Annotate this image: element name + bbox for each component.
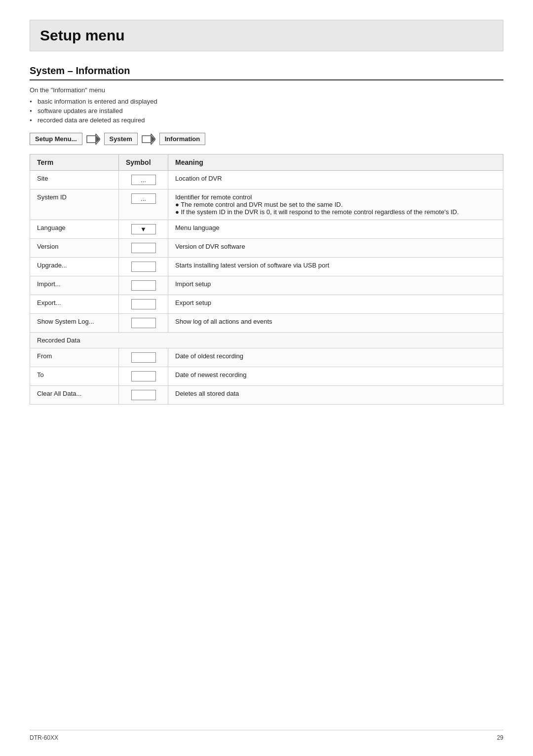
bullet-item-3: recorded data are deleted as required bbox=[30, 116, 503, 124]
term-import: Import... bbox=[30, 276, 119, 295]
table-header-symbol: Symbol bbox=[119, 154, 168, 171]
meaning-to: Date of newest recording bbox=[168, 367, 503, 386]
meaning-import: Import setup bbox=[168, 276, 503, 295]
term-show-system-log: Show System Log... bbox=[30, 314, 119, 333]
breadcrumb: Setup Menu... System Information bbox=[30, 133, 503, 145]
symbol-to bbox=[119, 367, 168, 386]
system-id-bullet-2: ● If the system ID in the DVR is 0, it w… bbox=[175, 208, 459, 216]
meaning-language: Menu language bbox=[168, 220, 503, 239]
term-site: Site bbox=[30, 171, 119, 189]
meaning-upgrade: Starts installing latest version of soft… bbox=[168, 258, 503, 276]
table-row: System ID ... Identifier for remote cont… bbox=[30, 189, 503, 220]
meaning-show-system-log: Show log of all actions and events bbox=[168, 314, 503, 333]
term-version: Version bbox=[30, 239, 119, 258]
symbol-clear-all-data bbox=[119, 386, 168, 405]
table-row-section-recorded-data: Recorded Data bbox=[30, 333, 503, 348]
meaning-version: Version of DVR software bbox=[168, 239, 503, 258]
symbol-box-import bbox=[131, 280, 156, 291]
table-header-meaning: Meaning bbox=[168, 154, 503, 171]
table-header-term: Term bbox=[30, 154, 119, 171]
symbol-dropdown-language: ▼ bbox=[131, 224, 156, 234]
symbol-upgrade bbox=[119, 258, 168, 276]
symbol-box-upgrade bbox=[131, 262, 156, 272]
footer-page-number: 29 bbox=[497, 734, 503, 741]
table-row: To Date of newest recording bbox=[30, 367, 503, 386]
table-row: Export... Export setup bbox=[30, 295, 503, 314]
table-row: Import... Import setup bbox=[30, 276, 503, 295]
table-row: Clear All Data... Deletes all stored dat… bbox=[30, 386, 503, 405]
breadcrumb-setup-menu: Setup Menu... bbox=[30, 133, 82, 145]
term-upgrade: Upgrade... bbox=[30, 258, 119, 276]
meaning-system-id: Identifier for remote control ● The remo… bbox=[168, 189, 503, 220]
term-language: Language bbox=[30, 220, 119, 239]
page-footer: DTR-60XX 29 bbox=[30, 730, 503, 741]
table-row: Upgrade... Starts installing latest vers… bbox=[30, 258, 503, 276]
page-title: Setup menu bbox=[40, 27, 125, 43]
breadcrumb-arrow-1 bbox=[86, 134, 100, 145]
term-export: Export... bbox=[30, 295, 119, 314]
bullet-item-1: basic information is entered and display… bbox=[30, 98, 503, 105]
symbol-box-show-system-log bbox=[131, 318, 156, 328]
symbol-box-site: ... bbox=[131, 175, 156, 185]
breadcrumb-system: System bbox=[104, 133, 138, 145]
intro-text: On the "Information" menu bbox=[30, 86, 503, 94]
table-row: Site ... Location of DVR bbox=[30, 171, 503, 189]
symbol-box-export bbox=[131, 299, 156, 309]
symbol-site: ... bbox=[119, 171, 168, 189]
symbol-box-version bbox=[131, 243, 156, 253]
section-title: System – Information bbox=[30, 65, 503, 80]
term-clear-all-data: Clear All Data... bbox=[30, 386, 119, 405]
meaning-from: Date of oldest recording bbox=[168, 348, 503, 367]
table-row: Show System Log... Show log of all actio… bbox=[30, 314, 503, 333]
table-row: Language ▼ Menu language bbox=[30, 220, 503, 239]
term-to: To bbox=[30, 367, 119, 386]
footer-model: DTR-60XX bbox=[30, 734, 58, 741]
symbol-box-clear-all-data bbox=[131, 390, 156, 400]
system-id-bullet-1: ● The remote control and DVR must be set… bbox=[175, 201, 343, 208]
meaning-clear-all-data: Deletes all stored data bbox=[168, 386, 503, 405]
meaning-export: Export setup bbox=[168, 295, 503, 314]
symbol-from bbox=[119, 348, 168, 367]
bullet-list: basic information is entered and display… bbox=[30, 98, 503, 124]
symbol-show-system-log bbox=[119, 314, 168, 333]
section-recorded-data: Recorded Data bbox=[30, 333, 503, 348]
term-from: From bbox=[30, 348, 119, 367]
term-system-id: System ID bbox=[30, 189, 119, 220]
symbol-box-to bbox=[131, 371, 156, 381]
main-table: Term Symbol Meaning Site ... Location of… bbox=[30, 154, 503, 405]
symbol-import bbox=[119, 276, 168, 295]
breadcrumb-arrow-2 bbox=[142, 134, 155, 145]
breadcrumb-information: Information bbox=[159, 133, 206, 145]
symbol-box-from bbox=[131, 352, 156, 363]
meaning-site: Location of DVR bbox=[168, 171, 503, 189]
page-title-bar: Setup menu bbox=[30, 20, 503, 51]
svg-rect-0 bbox=[87, 136, 96, 143]
svg-rect-3 bbox=[142, 136, 151, 143]
table-row: From Date of oldest recording bbox=[30, 348, 503, 367]
symbol-box-system-id: ... bbox=[131, 193, 156, 204]
symbol-system-id: ... bbox=[119, 189, 168, 220]
bullet-item-2: software updates are installed bbox=[30, 107, 503, 114]
symbol-language: ▼ bbox=[119, 220, 168, 239]
table-row: Version Version of DVR software bbox=[30, 239, 503, 258]
symbol-version bbox=[119, 239, 168, 258]
symbol-export bbox=[119, 295, 168, 314]
